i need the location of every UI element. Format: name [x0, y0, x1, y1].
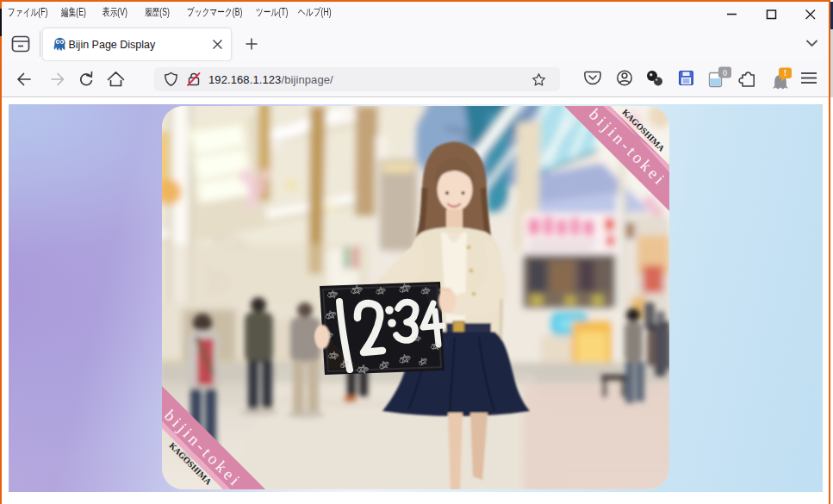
- svg-text:!: !: [784, 68, 786, 78]
- svg-text:0: 0: [723, 68, 727, 78]
